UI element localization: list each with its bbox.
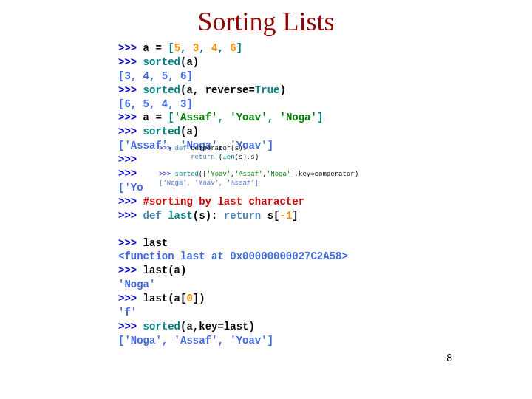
- code-token: last: [168, 210, 193, 222]
- code-line: >>> last(a[0]): [118, 292, 436, 306]
- code-token: 0: [186, 293, 192, 304]
- overlay-code-line: >>> def comperator(s):: [159, 145, 395, 154]
- code-token: (a, reverse=: [180, 84, 255, 96]
- code-line: >>> def last(s): return s[-1]: [118, 209, 436, 223]
- code-token: ,: [199, 42, 211, 54]
- code-token: >>>: [118, 154, 143, 166]
- code-token: def: [143, 210, 168, 222]
- code-token: (a): [180, 56, 199, 68]
- code-token: 'Noga': [267, 171, 290, 178]
- code-token: #sorting by last character: [143, 196, 304, 208]
- code-token: >>>: [118, 237, 143, 249]
- code-token: ['Yo: [118, 182, 143, 194]
- code-token: (s),s): [235, 154, 259, 161]
- code-token: 5: [174, 42, 180, 54]
- code-token: ]: [317, 112, 323, 123]
- code-line: >>> last(a): [118, 264, 436, 278]
- code-token: >>>: [118, 321, 143, 332]
- overlay-code-block: >>> def comperator(s): return (len(s),s)…: [159, 145, 395, 188]
- code-token: ): [279, 84, 285, 96]
- code-line: ['Noga', 'Assaf', 'Yoav']: [118, 334, 436, 348]
- code-line: [3, 4, 5, 6]: [118, 69, 436, 83]
- code-token: >>>: [118, 168, 143, 180]
- code-token: 'Noga': [279, 112, 316, 123]
- code-token: >>>: [118, 196, 143, 208]
- code-token: ([: [199, 171, 207, 178]
- code-token: 'Assaf': [174, 112, 218, 123]
- code-token: sorted: [143, 126, 180, 137]
- code-line: >>> sorted(a): [118, 125, 436, 139]
- code-token: True: [255, 84, 280, 96]
- code-token: a =: [143, 112, 168, 123]
- code-token: >>>: [118, 126, 143, 137]
- code-token: ,: [217, 112, 230, 123]
- code-line: >>> #sorting by last character: [118, 195, 436, 209]
- code-token: >>>: [118, 265, 143, 276]
- code-token: ]): [193, 293, 205, 304]
- code-token: a =: [143, 42, 168, 54]
- overlay-code-line: return (len(s),s): [159, 154, 395, 163]
- code-token: >>>: [118, 56, 143, 68]
- code-token: sorted: [143, 56, 180, 68]
- code-token: (a,key=last): [180, 321, 255, 332]
- code-token: ['Noga', 'Assaf', 'Yoav']: [118, 335, 273, 347]
- code-token: ,: [180, 42, 193, 54]
- code-token: (s):: [193, 210, 224, 222]
- page-number: 8: [446, 352, 452, 364]
- code-line: [6, 5, 4, 3]: [118, 98, 436, 112]
- overlay-code-line: [159, 162, 395, 171]
- code-token: -1: [279, 210, 292, 222]
- slide-title: Sorting Lists: [0, 6, 532, 37]
- code-token: last: [143, 237, 168, 249]
- code-token: comperator(s):: [191, 145, 247, 152]
- code-line: >>> a = ['Assaf', 'Yoav', 'Noga']: [118, 111, 436, 125]
- code-line: 'Noga': [118, 278, 436, 292]
- code-token: ['Noga', 'Yoav', 'Assaf']: [159, 180, 259, 187]
- code-token: len: [222, 154, 234, 161]
- code-line: >>> sorted(a): [118, 55, 436, 69]
- code-block: >>> def comperator(s): return (len(s),s)…: [118, 41, 436, 348]
- code-token: 'Yoav': [230, 112, 267, 123]
- code-token: sorted: [143, 84, 180, 96]
- code-token: >>>: [118, 112, 143, 123]
- code-token: 'Yoav': [207, 171, 231, 178]
- code-token: (: [215, 154, 223, 161]
- blank-line: [118, 223, 436, 236]
- code-token: <function last at 0x00000000027C2A58>: [118, 250, 348, 262]
- code-token: 6: [230, 42, 236, 54]
- code-token: return: [191, 154, 214, 161]
- overlay-code-line: >>> sorted(['Yoav','Assaf','Noga'],key=c…: [159, 171, 395, 180]
- code-token: return: [224, 210, 261, 222]
- code-line: >>> last: [118, 236, 436, 250]
- code-token: 3: [193, 42, 199, 54]
- code-line: >>> sorted(a, reverse=True): [118, 83, 436, 98]
- code-token: 'Noga': [118, 279, 155, 290]
- code-token: >>>: [118, 210, 143, 222]
- code-token: sorted: [143, 321, 180, 332]
- code-token: [3, 4, 5, 6]: [118, 70, 193, 82]
- code-token: ]: [236, 42, 242, 54]
- code-line: >>> a = [5, 3, 4, 6]: [118, 41, 436, 55]
- code-token: s[: [261, 210, 279, 222]
- code-line: 'f': [118, 306, 436, 320]
- code-token: >>>: [159, 145, 175, 152]
- code-token: ,: [217, 42, 230, 54]
- code-token: def: [175, 145, 191, 152]
- code-token: ]: [292, 210, 298, 222]
- code-token: [6, 5, 4, 3]: [118, 98, 193, 110]
- code-token: >>>: [118, 293, 143, 304]
- code-token: [159, 162, 163, 169]
- code-token: >>>: [118, 42, 143, 54]
- code-token: >>>: [118, 84, 143, 96]
- code-token: (a): [180, 126, 199, 137]
- code-token: [: [168, 42, 174, 54]
- code-token: ,: [267, 112, 280, 123]
- code-token: >>>: [159, 171, 175, 178]
- code-token: ],key=comperator): [290, 171, 358, 178]
- code-line: <function last at 0x00000000027C2A58>: [118, 250, 436, 264]
- code-token: 'f': [118, 307, 137, 318]
- overlay-code-line: ['Noga', 'Yoav', 'Assaf']: [159, 180, 395, 188]
- code-line: >>> sorted(a,key=last): [118, 320, 436, 334]
- code-token: last(a[: [143, 293, 187, 304]
- code-token: last(a): [143, 265, 187, 276]
